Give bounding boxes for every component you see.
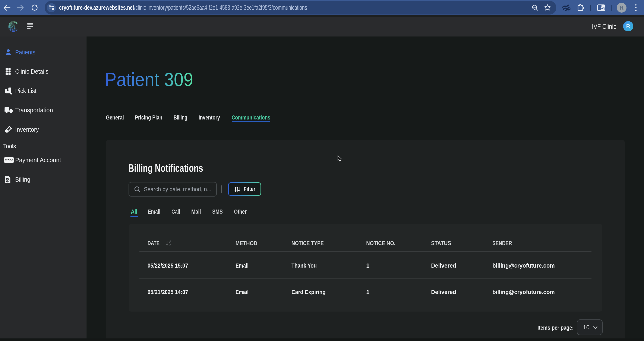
svg-text:$: $ xyxy=(7,179,8,182)
svg-text:Z: Z xyxy=(169,243,171,247)
svg-text:A: A xyxy=(169,240,171,243)
